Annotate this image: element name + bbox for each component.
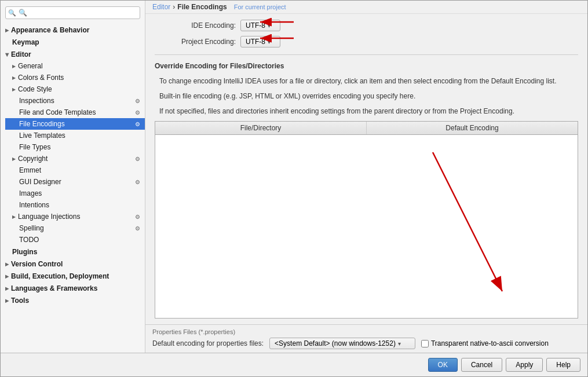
sidebar-item-tools[interactable]: ▶ Tools [1, 294, 145, 306]
sidebar-item-editor[interactable]: ▶ Editor [1, 48, 145, 60]
settings-icon: ⚙ [135, 225, 140, 232]
table-col-default-encoding: Default Encoding [367, 122, 578, 134]
sidebar-item-label: Intentions [19, 201, 49, 209]
sidebar-item-label: Code Style [18, 85, 52, 93]
sidebar-item-todo[interactable]: TODO [5, 234, 145, 246]
sidebar-item-copyright[interactable]: ▶ Copyright ⚙ [5, 153, 145, 164]
main-content: Editor › File Encodings For current proj… [145, 1, 587, 353]
settings-dialog: 🔍 ▶ Appearance & Behavior Keymap ▶ Edito… [0, 0, 588, 377]
sidebar-item-code-style[interactable]: ▶ Code Style [5, 83, 145, 95]
settings-icon: ⚙ [135, 121, 140, 127]
sidebar-item-label: GUI Designer [19, 178, 61, 186]
search-box[interactable]: 🔍 [5, 6, 140, 19]
settings-icon: ⚙ [135, 98, 140, 104]
settings-icon: ⚙ [135, 214, 140, 220]
sidebar-item-label: Appearance & Behavior [11, 26, 89, 34]
breadcrumb: Editor › File Encodings For current proj… [145, 1, 587, 14]
sidebar-item-label: File Types [19, 143, 50, 151]
sidebar-item-languages-frameworks[interactable]: ▶ Languages & Frameworks [1, 282, 145, 294]
settings-icon: ⚙ [135, 109, 140, 116]
arrow-icon: ▶ [5, 262, 9, 267]
sidebar-item-build-exec-deploy[interactable]: ▶ Build, Execution, Deployment [1, 270, 145, 282]
search-icon: 🔍 [8, 9, 16, 17]
arrow-icon: ▶ [5, 274, 9, 279]
dialog-footer: OK Cancel Apply Help [1, 353, 587, 376]
sidebar-item-images[interactable]: Images [5, 188, 145, 199]
section-divider [155, 54, 578, 55]
sidebar-item-label: Plugins [12, 248, 37, 256]
breadcrumb-current: File Encodings [177, 3, 227, 11]
sidebar-item-plugins[interactable]: Plugins [1, 246, 145, 258]
override-info2: Built-in file encoding (e.g. JSP, HTML o… [155, 91, 578, 101]
sidebar-item-label: Colors & Fonts [18, 74, 64, 82]
settings-sidebar: 🔍 ▶ Appearance & Behavior Keymap ▶ Edito… [1, 1, 145, 353]
arrow-icon: ▶ [12, 64, 16, 69]
sidebar-item-label: Spelling [19, 224, 44, 232]
breadcrumb-separator: › [173, 3, 175, 11]
transparent-conversion-checkbox[interactable] [421, 340, 429, 347]
sidebar-item-file-code-templates[interactable]: File and Code Templates ⚙ [5, 107, 145, 118]
sidebar-item-emmet[interactable]: Emmet [5, 164, 145, 176]
bottom-row: Default encoding for properties files: <… [152, 338, 580, 349]
settings-icon: ⚙ [135, 156, 140, 162]
sidebar-item-label: Inspections [19, 97, 54, 105]
checkbox-row: Transparent native-to-ascii conversion [421, 339, 549, 347]
arrow-icon: ▶ [5, 53, 10, 56]
sidebar-item-general[interactable]: ▶ General [5, 60, 145, 72]
sidebar-item-label: Keymap [12, 38, 39, 46]
settings-icon: ⚙ [135, 179, 140, 185]
override-info3: If not specified, files and directories … [155, 106, 578, 116]
sidebar-item-label: File and Code Templates [19, 108, 96, 116]
arrow-icon: ▶ [12, 156, 16, 162]
sidebar-item-gui-designer[interactable]: GUI Designer ⚙ [5, 176, 145, 188]
breadcrumb-parent[interactable]: Editor [152, 3, 170, 11]
table-header: File/Directory Default Encoding [155, 122, 578, 135]
ide-encoding-label: IDE Encoding: [155, 21, 236, 30]
table-body[interactable] [155, 135, 578, 318]
sidebar-item-label: Emmet [19, 166, 41, 174]
override-section-title: Override Encoding for Files/Directories [155, 62, 578, 70]
sidebar-item-label: Version Control [11, 260, 63, 268]
sidebar-item-inspections[interactable]: Inspections ⚙ [5, 95, 145, 107]
arrow-icon: ▶ [5, 286, 9, 291]
sidebar-item-version-control[interactable]: ▶ Version Control [1, 258, 145, 270]
sidebar-item-file-types[interactable]: File Types [5, 141, 145, 153]
sidebar-item-keymap[interactable]: Keymap [1, 36, 145, 48]
sidebar-item-language-injections[interactable]: ▶ Language Injections ⚙ [5, 211, 145, 222]
ide-encoding-row: IDE Encoding: UTF-8 [155, 20, 578, 31]
sidebar-item-label: Editor [11, 50, 31, 58]
project-link[interactable]: For current project [234, 3, 286, 10]
arrow-icon: ▶ [12, 75, 16, 80]
override-info1: To change encoding IntelliJ IDEA uses fo… [155, 76, 578, 86]
sidebar-item-label: TODO [19, 236, 39, 244]
settings-body: IDE Encoding: UTF-8 [145, 14, 587, 324]
help-button[interactable]: Help [546, 358, 580, 372]
sidebar-item-label: Build, Execution, Deployment [11, 272, 109, 280]
ide-encoding-dropdown[interactable]: UTF-8 [240, 20, 280, 31]
apply-button[interactable]: Apply [506, 358, 543, 372]
default-encoding-dropdown[interactable]: <System Default> (now windows-1252) [269, 338, 415, 349]
ok-button[interactable]: OK [428, 358, 458, 372]
cancel-button[interactable]: Cancel [461, 358, 502, 372]
default-encoding-label: Default encoding for properties files: [152, 339, 264, 347]
file-directory-table: File/Directory Default Encoding [155, 121, 578, 319]
sidebar-item-live-templates[interactable]: Live Templates [5, 130, 145, 141]
sidebar-item-spelling[interactable]: Spelling ⚙ [5, 222, 145, 234]
arrow-icon: ▶ [5, 298, 9, 303]
sidebar-item-file-encodings[interactable]: File Encodings ⚙ [5, 118, 145, 130]
project-encoding-label: Project Encoding: [155, 38, 236, 46]
sidebar-item-label: Copyright [18, 155, 48, 163]
bottom-section: Properties Files (*.properties) Default … [145, 324, 587, 353]
arrow-icon: ▶ [5, 28, 9, 33]
search-input[interactable] [5, 6, 140, 19]
sidebar-item-colors-fonts[interactable]: ▶ Colors & Fonts [5, 72, 145, 83]
sidebar-item-label: General [18, 62, 43, 70]
checkbox-label: Transparent native-to-ascii conversion [431, 339, 549, 347]
sidebar-item-label: Images [19, 189, 42, 197]
arrow-icon: ▶ [12, 87, 16, 92]
svg-line-5 [433, 152, 502, 291]
sidebar-item-appearance[interactable]: ▶ Appearance & Behavior [1, 24, 145, 36]
sidebar-item-intentions[interactable]: Intentions [5, 199, 145, 211]
project-encoding-dropdown[interactable]: UTF-8 [240, 36, 280, 47]
sidebar-item-label: Tools [11, 297, 29, 305]
